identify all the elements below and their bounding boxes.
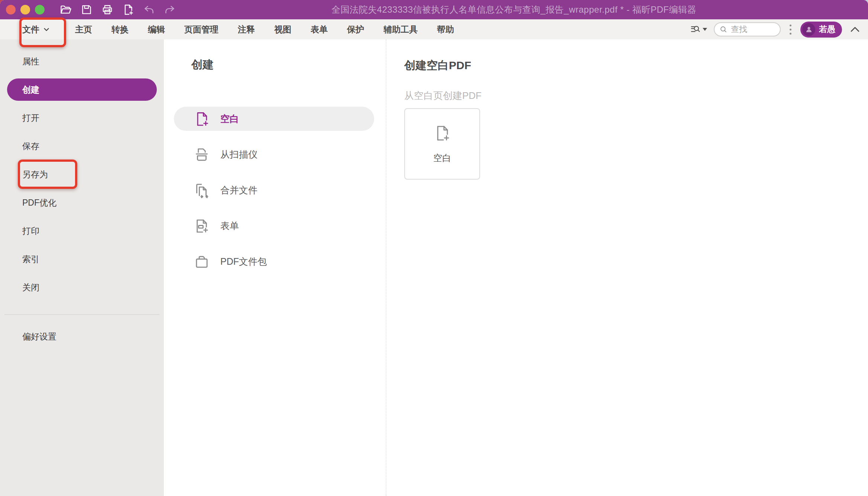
create-option-from-scanner[interactable]: 从扫描仪 bbox=[174, 142, 374, 167]
menu-form[interactable]: 表单 bbox=[311, 24, 328, 35]
menu-comment[interactable]: 注释 bbox=[238, 24, 255, 35]
menu-protect[interactable]: 保护 bbox=[347, 24, 364, 35]
create-option-label: 从扫描仪 bbox=[220, 148, 258, 161]
dropdown-arrow-icon bbox=[703, 28, 707, 31]
save-icon[interactable] bbox=[80, 3, 93, 16]
menu-convert[interactable]: 转换 bbox=[111, 24, 129, 35]
menu-page-management[interactable]: 页面管理 bbox=[184, 24, 218, 35]
zoom-button[interactable] bbox=[35, 5, 45, 15]
create-panel-title: 创建 bbox=[191, 57, 386, 73]
sidebar-item-print[interactable]: 打印 bbox=[0, 217, 164, 245]
sidebar-item-close[interactable]: 关闭 bbox=[0, 273, 164, 302]
search-input[interactable] bbox=[731, 25, 772, 34]
advanced-search-icon[interactable] bbox=[690, 24, 707, 35]
detail-panel-subtitle: 从空白页创建PDF bbox=[404, 89, 868, 102]
file-sidebar: 属性 创建 打开 保存 另存为 PDF优化 打印 索引 关闭 偏好设置 bbox=[0, 39, 164, 496]
create-option-label: 空白 bbox=[220, 113, 239, 125]
menu-file-label: 文件 bbox=[22, 24, 39, 35]
blank-card-label: 空白 bbox=[433, 152, 451, 164]
open-folder-icon[interactable] bbox=[59, 3, 72, 16]
menu-file[interactable]: 文件 bbox=[22, 24, 51, 35]
menubar: 文件 主页 转换 编辑 页面管理 注释 视图 表单 保护 辅助工具 帮助 bbox=[0, 19, 868, 39]
chevron-down-icon bbox=[42, 25, 51, 33]
blank-page-plus-icon bbox=[193, 110, 210, 128]
backstage-view: 属性 创建 打开 保存 另存为 PDF优化 打印 索引 关闭 偏好设置 创建 bbox=[0, 39, 868, 496]
avatar bbox=[802, 23, 815, 36]
sidebar-item-create[interactable]: 创建 bbox=[7, 78, 157, 101]
create-option-label: 表单 bbox=[220, 220, 239, 232]
menu-view[interactable]: 视图 bbox=[274, 24, 291, 35]
combine-files-icon bbox=[193, 182, 210, 199]
sidebar-item-save-as[interactable]: 另存为 bbox=[0, 160, 164, 189]
minimize-button[interactable] bbox=[20, 5, 30, 15]
app-window: 全国法院失4233333信被执行人名单信息公布与查询_报告_wrapper.pd… bbox=[0, 0, 868, 496]
menu-accessibility[interactable]: 辅助工具 bbox=[383, 24, 418, 35]
create-option-label: 合并文件 bbox=[220, 184, 258, 196]
new-page-icon[interactable] bbox=[122, 3, 135, 16]
search-icon bbox=[719, 25, 728, 34]
create-option-form[interactable]: 表单 bbox=[174, 214, 374, 238]
user-name: 若愚 bbox=[819, 24, 835, 35]
sidebar-item-pdf-optimize[interactable]: PDF优化 bbox=[0, 189, 164, 217]
create-panel: 创建 空白 bbox=[164, 39, 386, 496]
search-field[interactable] bbox=[714, 22, 781, 36]
undo-icon[interactable] bbox=[143, 3, 155, 16]
redo-icon[interactable] bbox=[163, 3, 176, 16]
scanner-icon bbox=[193, 146, 210, 163]
titlebar: 全国法院失4233333信被执行人名单信息公布与查询_报告_wrapper.pd… bbox=[0, 0, 868, 19]
create-option-combine-files[interactable]: 合并文件 bbox=[174, 178, 374, 202]
sidebar-divider bbox=[4, 314, 159, 315]
traffic-lights bbox=[0, 5, 45, 15]
sidebar-item-save[interactable]: 保存 bbox=[0, 132, 164, 160]
create-option-pdf-portfolio[interactable]: PDF文件包 bbox=[174, 249, 374, 274]
sidebar-item-open[interactable]: 打开 bbox=[0, 104, 164, 132]
detail-panel-title: 创建空白PDF bbox=[404, 57, 868, 74]
blank-document-icon bbox=[433, 124, 451, 142]
menu-help[interactable]: 帮助 bbox=[437, 24, 454, 35]
portfolio-icon bbox=[193, 253, 210, 270]
sidebar-item-index[interactable]: 索引 bbox=[0, 245, 164, 273]
create-option-label: PDF文件包 bbox=[220, 255, 267, 268]
blank-pdf-card[interactable]: 空白 bbox=[404, 108, 480, 180]
more-options-icon[interactable] bbox=[787, 23, 794, 36]
print-icon[interactable] bbox=[101, 3, 114, 16]
collapse-toolbar-icon[interactable] bbox=[849, 23, 861, 36]
close-button[interactable] bbox=[6, 5, 16, 15]
sidebar-item-preferences[interactable]: 偏好设置 bbox=[0, 322, 164, 351]
user-account-button[interactable]: 若愚 bbox=[800, 22, 842, 38]
menu-home[interactable]: 主页 bbox=[75, 24, 92, 35]
menu-edit[interactable]: 编辑 bbox=[148, 24, 165, 35]
window-title: 全国法院失4233333信被执行人名单信息公布与查询_报告_wrapper.pd… bbox=[331, 4, 696, 16]
sidebar-item-properties[interactable]: 属性 bbox=[0, 47, 164, 75]
create-option-blank[interactable]: 空白 bbox=[174, 107, 374, 131]
form-icon bbox=[193, 218, 210, 235]
create-blank-detail-panel: 创建空白PDF 从空白页创建PDF 空白 bbox=[386, 39, 868, 496]
